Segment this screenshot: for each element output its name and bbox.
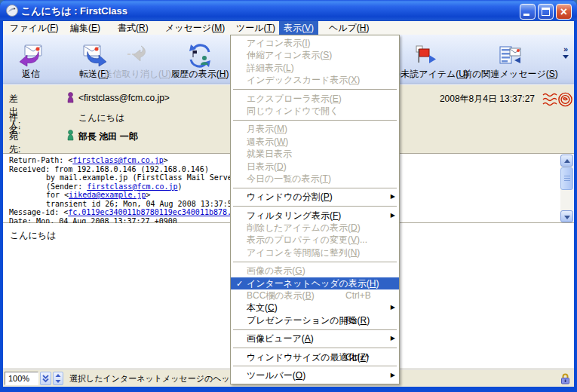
sent-stamp-icon — [542, 90, 572, 109]
close-button[interactable] — [556, 4, 572, 20]
menu-help[interactable]: ヘルプ(H) — [324, 21, 374, 35]
menu-item-workday-view[interactable]: 就業日表示 — [231, 148, 399, 160]
window-border-bottom — [0, 387, 577, 392]
checkmark-icon — [236, 277, 243, 289]
toolbar-overflow-chevron-icon[interactable]: » — [560, 45, 572, 59]
menu-bar: ファイル(F) 編集(E) 書式(R) メッセージ(M) ツール(T) 表示(V… — [3, 21, 574, 35]
menu-item-show-internet-headers[interactable]: インターネットヘッダの表示(H) — [231, 277, 399, 289]
maximize-button[interactable] — [538, 4, 554, 20]
menu-item-scaled-icon-view[interactable]: 伸縮アイコン表示(S) — [231, 49, 399, 61]
menu-item-detail-view[interactable]: 詳細表示(L) — [231, 62, 399, 74]
spinner-arrows-icon — [54, 372, 63, 384]
zoom-level-box[interactable]: 100% — [5, 372, 38, 385]
menu-item-show-images[interactable]: 画像の表示(G) — [231, 265, 399, 277]
menu-item-month-view[interactable]: 月表示(M) — [231, 123, 399, 135]
sender-link[interactable]: firstclass@fcm.co.jp — [87, 182, 177, 191]
menu-separator — [233, 262, 397, 262]
menu-item-week-view[interactable]: 週表示(W) — [231, 136, 399, 148]
menu-edit[interactable]: 編集(E) — [66, 21, 105, 35]
menu-item-toolbar[interactable]: ツールバー(O) — [231, 369, 399, 381]
menu-view[interactable]: 表示(V) — [279, 21, 318, 35]
headers-scrollbar[interactable] — [560, 155, 573, 222]
menu-item-today-list-view[interactable]: 今日の一覧の表示(T) — [231, 173, 399, 185]
menu-item-show-deleted-items[interactable]: 削除したアイテムの表示(D) — [231, 222, 399, 234]
menu-item-arrange-icons[interactable]: アイコンを等間隔に整列(N) — [231, 247, 399, 259]
unsend-icon — [124, 43, 150, 69]
to-value: 部長 池田 一郎 — [78, 130, 138, 143]
previous-related-label: 前の関連メッセージ(S) — [463, 69, 557, 80]
submenu-arrow-icon — [391, 191, 395, 203]
zoom-dropdown-button[interactable] — [40, 372, 51, 385]
minimize-button[interactable] — [520, 4, 536, 20]
firstclass-message-window: こんにちは : FirstClass ファイル(F) 編集(E) 書式(R) メ… — [0, 0, 577, 392]
forward-icon — [81, 43, 108, 69]
from-value: <firstclass@fcm.co.jp> — [78, 93, 170, 103]
window-border-right — [574, 21, 577, 392]
header-line-received: Received: from 192.168.0.146 (192.168.0.… — [9, 165, 209, 173]
menu-separator — [233, 89, 397, 90]
menu-separator — [233, 120, 397, 121]
window-title: こんにちは : FirstClass — [21, 5, 127, 18]
history-icon — [188, 43, 212, 69]
menu-shortcut: Ctrl+B — [345, 289, 371, 302]
double-chevron-down-icon — [41, 372, 51, 384]
menu-file[interactable]: ファイル(F) — [5, 21, 63, 35]
header-line-for: for <iikeda@example.jp> — [46, 191, 151, 199]
reply-icon — [17, 43, 45, 69]
message-date: 2008年8月4日 13:37:27 — [440, 93, 535, 106]
previous-related-message-button[interactable]: 前の関連メッセージ(S) — [469, 39, 552, 80]
header-line-message-id: Message-id: <fc.0119ec340011b8780119ec34… — [9, 208, 254, 216]
menu-item-day-view[interactable]: 日表示(D) — [231, 161, 399, 173]
zoom-spinner[interactable] — [53, 372, 63, 385]
menu-separator — [233, 366, 397, 366]
submenu-arrow-icon — [391, 302, 395, 314]
menu-item-split-window[interactable]: ウィンドウの分割(P) — [231, 191, 399, 203]
lock-icon — [559, 372, 572, 384]
menu-separator — [233, 206, 397, 207]
recipient-link[interactable]: iikeda@example.jp — [69, 191, 146, 199]
menu-item-explorer-view[interactable]: エクスプローラ表示(E) — [231, 93, 399, 105]
menu-item-index-card-view[interactable]: インデックスカード表示(X) — [231, 74, 399, 86]
history-button[interactable]: 履歴の表示(H) — [167, 39, 232, 80]
subject-value: こんにちは — [78, 112, 124, 124]
next-unread-flag-icon — [413, 43, 437, 69]
menu-shortcut: Ctrl+^ — [345, 351, 369, 363]
history-label: 履歴の表示(H) — [171, 69, 229, 80]
unsend-label: 送信取り消し(U) — [103, 69, 170, 80]
to-label: 宛先: — [9, 130, 20, 156]
menu-shortcut: F5 — [345, 314, 356, 326]
menu-separator — [233, 329, 397, 330]
submenu-arrow-icon — [391, 210, 395, 222]
menu-item-open-same-window[interactable]: 同じウィンドウで開く — [231, 105, 399, 117]
menu-item-icon-view[interactable]: アイコン表示(I) — [231, 37, 399, 49]
title-bar: こんにちは : FirstClass — [0, 0, 577, 21]
reply-button[interactable]: 返信 — [6, 39, 56, 80]
menu-message[interactable]: メッセージ(M) — [161, 21, 229, 35]
menu-item-filtering-view[interactable]: フィルタリング表示(F) — [231, 210, 399, 222]
menu-item-image-viewer[interactable]: 画像ビューア(A) — [231, 332, 399, 345]
window-border-left — [0, 21, 3, 392]
window-icon — [5, 4, 19, 17]
menu-item-body[interactable]: 本文(C) — [231, 302, 399, 314]
scroll-up-icon[interactable] — [560, 155, 573, 167]
menu-separator — [233, 188, 397, 188]
menu-item-show-bcc-field[interactable]: BCC欄の表示(B)Ctrl+B — [231, 289, 399, 302]
scrollbar-thumb[interactable] — [560, 167, 573, 190]
header-line-return-path: Return-Path: <firstclass@fcm.co.jp> — [9, 156, 168, 164]
menu-item-start-presentation[interactable]: プレゼンテーションの開始(R)F5 — [231, 314, 399, 326]
menu-separator — [233, 348, 397, 348]
return-path-link[interactable]: firstclass@fcm.co.jp — [72, 156, 163, 164]
menu-format[interactable]: 書式(R) — [113, 21, 153, 35]
message-id-link[interactable]: fc.0119ec340011b8780119ec340011b878.11b8… — [68, 208, 254, 216]
reply-label: 返信 — [22, 69, 40, 80]
menu-tools[interactable]: ツール(T) — [232, 21, 280, 35]
menu-item-optimize-window-size[interactable]: ウィンドウサイズの最適化(Z)Ctrl+^ — [231, 351, 399, 363]
submenu-arrow-icon — [391, 332, 395, 345]
scroll-down-icon[interactable] — [560, 210, 573, 222]
message-body-text: こんにちは — [10, 229, 56, 242]
unsend-button[interactable]: 送信取り消し(U) — [107, 39, 167, 80]
sender-person-icon — [66, 92, 75, 103]
menu-item-change-view-properties[interactable]: 表示のプロパティの変更(V)... — [231, 234, 399, 246]
view-menu-dropdown: アイコン表示(I) 伸縮アイコン表示(S) 詳細表示(L) インデックスカード表… — [230, 35, 400, 384]
previous-related-message-icon — [498, 43, 523, 69]
